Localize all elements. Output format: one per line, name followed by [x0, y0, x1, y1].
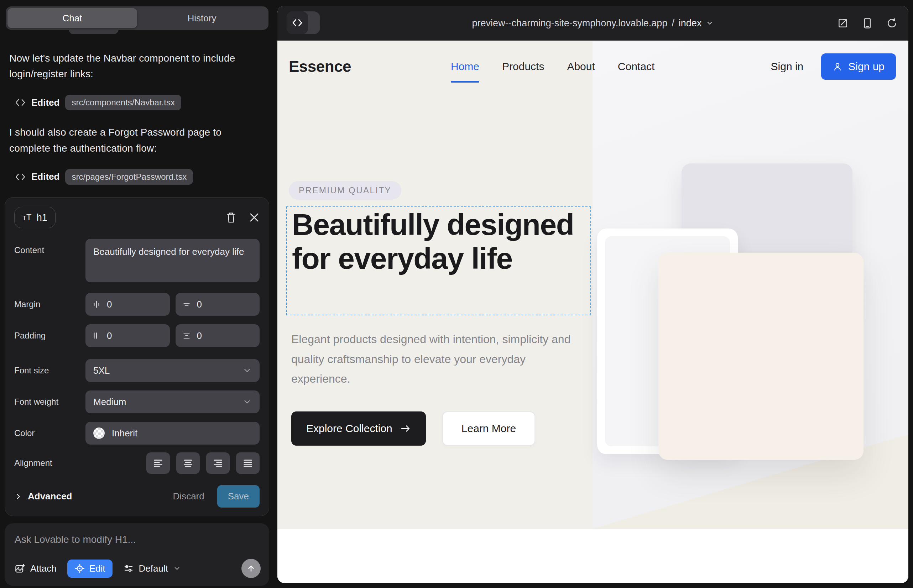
assistant-message: I should also create a Forgot Password p…: [9, 124, 264, 156]
chevron-right-icon: [14, 493, 22, 501]
edit-mode-button[interactable]: Edit: [67, 559, 113, 578]
sign-up-label: Sign up: [848, 60, 884, 73]
nav-link-about[interactable]: About: [567, 60, 595, 73]
learn-more-button[interactable]: Learn More: [442, 412, 535, 446]
explore-collection-button[interactable]: Explore Collection: [291, 412, 426, 446]
color-label: Color: [14, 428, 86, 438]
site-navbar: Essence Home Products About Contact Sign…: [277, 40, 908, 97]
save-button[interactable]: Save: [217, 485, 260, 507]
user-icon: [832, 61, 842, 71]
margin-x-input[interactable]: 0: [86, 293, 170, 316]
edited-file-chip[interactable]: src/pages/ForgotPassword.tsx: [65, 169, 193, 185]
margin-y-input[interactable]: 0: [176, 293, 260, 316]
edit-label: Edit: [89, 563, 105, 574]
trash-icon: [225, 212, 237, 223]
close-editor-button[interactable]: [249, 212, 260, 223]
sliders-icon: [123, 563, 134, 574]
padding-x-value: 0: [107, 330, 112, 341]
default-label: Default: [139, 563, 168, 574]
color-select[interactable]: Inherit: [86, 422, 260, 444]
arrow-right-icon: [400, 424, 411, 433]
padding-x-input[interactable]: 0: [86, 324, 170, 347]
attach-button[interactable]: Attach: [15, 563, 57, 574]
padding-y-value: 0: [197, 330, 202, 341]
site-nav-links: Home Products About Contact: [451, 60, 654, 73]
selected-element-tag: h1: [37, 212, 47, 223]
alignment-label: Alignment: [14, 458, 86, 468]
font-weight-label: Font weight: [14, 397, 86, 407]
url-bar[interactable]: preview--charming-site-symphony.lovable.…: [277, 6, 908, 40]
selected-element-pill[interactable]: тT h1: [14, 207, 55, 228]
chat-history-tabs: Chat History: [6, 6, 269, 30]
mobile-device-icon: [862, 18, 873, 29]
align-justify-button[interactable]: [236, 452, 260, 474]
preview-url: preview--charming-site-symphony.lovable.…: [472, 18, 668, 29]
refresh-button[interactable]: [886, 18, 898, 29]
hero-headline[interactable]: Beautifully designed for everyday life: [292, 208, 584, 276]
advanced-toggle[interactable]: Advanced: [14, 491, 72, 502]
code-icon: [15, 173, 26, 181]
default-model-button[interactable]: Default: [123, 563, 181, 574]
attach-label: Attach: [30, 563, 57, 574]
hero-cta-row: Explore Collection Learn More: [291, 412, 535, 446]
preview-page-name[interactable]: index: [679, 18, 702, 29]
edited-label: Edited: [31, 97, 60, 108]
align-right-button[interactable]: [206, 452, 230, 474]
align-center-button[interactable]: [176, 452, 200, 474]
refresh-icon: [886, 18, 898, 29]
section-below-hero: [277, 529, 908, 583]
sign-up-button[interactable]: Sign up: [821, 53, 896, 80]
edited-file-chip[interactable]: src/components/Navbar.tsx: [65, 95, 181, 110]
nav-link-products[interactable]: Products: [502, 60, 544, 73]
element-editor-panel: тT h1 Content Beautifully designed for e…: [5, 197, 269, 516]
font-size-select[interactable]: 5XL: [86, 359, 260, 382]
color-value: Inherit: [112, 428, 138, 439]
tab-history[interactable]: History: [137, 8, 267, 28]
delete-element-button[interactable]: [225, 212, 237, 223]
padding-vertical-icon: [182, 331, 191, 340]
site-logo[interactable]: Essence: [289, 58, 351, 76]
chat-composer[interactable]: Ask Lovable to modify H1... Attach Edit …: [5, 523, 269, 586]
close-icon: [249, 212, 260, 223]
edited-file-row: Edited src/pages/ForgotPassword.tsx: [15, 169, 264, 185]
sign-in-button[interactable]: Sign in: [771, 60, 804, 73]
margin-x-value: 0: [107, 299, 112, 310]
hero-subtext: Elegant products designed with intention…: [291, 330, 576, 389]
attach-image-icon: [15, 563, 25, 574]
tab-chat[interactable]: Chat: [8, 8, 137, 28]
chevron-down-icon: [243, 397, 252, 407]
font-weight-select[interactable]: Medium: [86, 391, 260, 413]
advanced-label: Advanced: [28, 491, 72, 502]
preview-toolbar: preview--charming-site-symphony.lovable.…: [277, 6, 908, 40]
font-size-value: 5XL: [93, 365, 110, 376]
nav-link-home[interactable]: Home: [451, 60, 479, 73]
font-weight-value: Medium: [93, 396, 126, 407]
content-input[interactable]: Beautifully designed for everyday life: [86, 239, 260, 282]
margin-horizontal-icon: [92, 300, 101, 309]
external-link-icon: [837, 18, 848, 29]
padding-horizontal-icon: [92, 331, 101, 340]
open-in-new-tab-button[interactable]: [837, 18, 848, 29]
assistant-message: Now let's update the Navbar component to…: [9, 50, 264, 82]
decorative-card-cream: [659, 253, 863, 460]
explore-collection-label: Explore Collection: [306, 423, 392, 435]
padding-label: Padding: [14, 331, 86, 341]
align-center-icon: [183, 458, 193, 468]
url-separator: /: [672, 18, 674, 29]
margin-vertical-icon: [182, 300, 191, 309]
send-button[interactable]: [241, 559, 261, 578]
composer-placeholder[interactable]: Ask Lovable to modify H1...: [15, 534, 259, 545]
chevron-down-icon: [243, 366, 252, 375]
chevron-down-icon[interactable]: [706, 19, 714, 27]
padding-y-input[interactable]: 0: [176, 324, 260, 347]
font-size-label: Font size: [14, 365, 86, 375]
align-left-icon: [153, 458, 163, 468]
discard-button[interactable]: Discard: [173, 491, 204, 502]
edited-label: Edited: [31, 171, 60, 182]
mobile-view-button[interactable]: [862, 18, 873, 29]
arrow-up-icon: [246, 564, 256, 573]
selected-element-outline[interactable]: Beautifully designed for everyday life: [286, 207, 591, 315]
transparent-color-swatch: [93, 428, 105, 439]
align-left-button[interactable]: [146, 452, 170, 474]
nav-link-contact[interactable]: Contact: [618, 60, 654, 73]
